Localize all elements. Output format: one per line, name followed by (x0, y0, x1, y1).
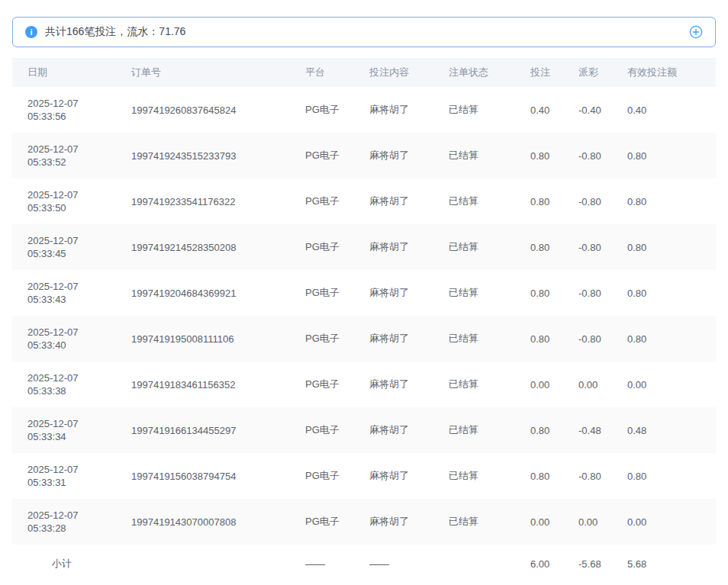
cell-payout: -0.80 (563, 316, 612, 362)
cell-valid: 0.80 (612, 178, 716, 224)
cell-platform: PG电子 (290, 316, 354, 362)
cell-date: 2025-12-07 05:33:40 (12, 316, 116, 362)
cell-order: 1997419233541176322 (116, 178, 290, 224)
cell-status: 已结算 (433, 178, 515, 224)
cell-payout: 0.00 (563, 362, 612, 407)
cell-content: 麻将胡了 (354, 87, 433, 133)
cell-valid: 0.80 (612, 453, 716, 499)
col-header-valid: 有效投注额 (612, 58, 716, 87)
cell-status: 已结算 (433, 270, 515, 316)
table-row: 2025-12-07 05:33:38 1997419183461156352 … (12, 362, 716, 407)
cell-date: 2025-12-07 05:33:45 (12, 224, 116, 270)
subtotal-status (433, 545, 515, 583)
subtotal-label: 小计 (12, 545, 116, 583)
cell-content: 麻将胡了 (354, 224, 433, 270)
cell-content: 麻将胡了 (354, 407, 433, 453)
table-row: 2025-12-07 05:33:40 1997419195008111106 … (12, 316, 716, 362)
cell-valid: 0.80 (612, 133, 716, 178)
cell-order: 1997419204684369921 (116, 270, 290, 316)
table-row: 2025-12-07 05:33:34 1997419166134455297 … (12, 407, 716, 453)
cell-bet: 0.40 (515, 87, 563, 133)
table-body: 2025-12-07 05:33:56 1997419260837645824 … (12, 87, 716, 545)
cell-status: 已结算 (433, 407, 515, 453)
cell-platform: PG电子 (290, 270, 354, 316)
cell-date: 2025-12-07 05:33:28 (12, 499, 116, 545)
cell-bet: 0.80 (515, 224, 563, 270)
table-row: 2025-12-07 05:33:43 1997419204684369921 … (12, 270, 716, 316)
subtotal-content: —— (354, 545, 433, 583)
cell-status: 已结算 (433, 453, 515, 499)
col-header-platform: 平台 (290, 58, 354, 87)
summary-bar: i 共计166笔投注，流水：71.76 (12, 17, 716, 47)
cell-content: 麻将胡了 (354, 453, 433, 499)
cell-date: 2025-12-07 05:33:56 (12, 87, 116, 133)
subtotal-order (116, 545, 290, 583)
cell-platform: PG电子 (290, 453, 354, 499)
cell-order: 1997419156038794754 (116, 453, 290, 499)
cell-status: 已结算 (433, 87, 515, 133)
cell-order: 1997419183461156352 (116, 362, 290, 407)
cell-payout: -0.48 (563, 407, 612, 453)
table-row: 2025-12-07 05:33:31 1997419156038794754 … (12, 453, 716, 499)
subtotal-valid: 5.68 (612, 545, 716, 583)
cell-status: 已结算 (433, 224, 515, 270)
subtotal-platform: —— (290, 545, 354, 583)
cell-platform: PG电子 (290, 499, 354, 545)
cell-platform: PG电子 (290, 224, 354, 270)
cell-valid: 0.80 (612, 316, 716, 362)
table-row: 2025-12-07 05:33:45 1997419214528350208 … (12, 224, 716, 270)
cell-payout: -0.80 (563, 270, 612, 316)
cell-valid: 0.00 (612, 499, 716, 545)
cell-platform: PG电子 (290, 133, 354, 178)
cell-payout: -0.80 (563, 453, 612, 499)
subtotal-payout: -5.68 (563, 545, 612, 583)
cell-valid: 0.80 (612, 224, 716, 270)
cell-bet: 0.80 (515, 453, 563, 499)
cell-order: 1997419243515233793 (116, 133, 290, 178)
cell-valid: 0.48 (612, 407, 716, 453)
cell-status: 已结算 (433, 316, 515, 362)
col-header-bet: 投注 (515, 58, 563, 87)
cell-bet: 0.80 (515, 133, 563, 178)
cell-status: 已结算 (433, 499, 515, 545)
col-header-order: 订单号 (116, 58, 290, 87)
cell-payout: -0.80 (563, 224, 612, 270)
cell-valid: 0.00 (612, 362, 716, 407)
cell-date: 2025-12-07 05:33:31 (12, 453, 116, 499)
cell-order: 1997419195008111106 (116, 316, 290, 362)
table-row: 2025-12-07 05:33:52 1997419243515233793 … (12, 133, 716, 178)
subtotal-row: 小计 —— —— 6.00 -5.68 5.68 (12, 545, 716, 583)
cell-bet: 0.00 (515, 362, 563, 407)
subtotal-bet: 6.00 (515, 545, 563, 583)
cell-platform: PG电子 (290, 362, 354, 407)
cell-platform: PG电子 (290, 178, 354, 224)
cell-payout: -0.80 (563, 133, 612, 178)
table-row: 2025-12-07 05:33:28 1997419143070007808 … (12, 499, 716, 545)
cell-bet: 0.80 (515, 407, 563, 453)
bet-records-table: 日期 订单号 平台 投注内容 注单状态 投注 派彩 有效投注额 2025-12-… (12, 58, 716, 583)
col-header-content: 投注内容 (354, 58, 433, 87)
table-header: 日期 订单号 平台 投注内容 注单状态 投注 派彩 有效投注额 (12, 58, 716, 87)
cell-content: 麻将胡了 (354, 499, 433, 545)
cell-order: 1997419166134455297 (116, 407, 290, 453)
cell-date: 2025-12-07 05:33:38 (12, 362, 116, 407)
col-header-payout: 派彩 (563, 58, 612, 87)
cell-order: 1997419214528350208 (116, 224, 290, 270)
cell-valid: 0.40 (612, 87, 716, 133)
cell-bet: 0.80 (515, 316, 563, 362)
cell-date: 2025-12-07 05:33:52 (12, 133, 116, 178)
summary-text: 共计166笔投注，流水：71.76 (45, 25, 185, 39)
cell-valid: 0.80 (612, 270, 716, 316)
plus-circle-icon[interactable] (689, 25, 703, 39)
cell-content: 麻将胡了 (354, 178, 433, 224)
cell-content: 麻将胡了 (354, 270, 433, 316)
cell-content: 麻将胡了 (354, 133, 433, 178)
cell-platform: PG电子 (290, 407, 354, 453)
cell-bet: 0.80 (515, 270, 563, 316)
col-header-date: 日期 (12, 58, 116, 87)
info-icon: i (25, 26, 37, 38)
cell-content: 麻将胡了 (354, 316, 433, 362)
cell-payout: -0.40 (563, 87, 612, 133)
cell-bet: 0.80 (515, 178, 563, 224)
cell-platform: PG电子 (290, 87, 354, 133)
